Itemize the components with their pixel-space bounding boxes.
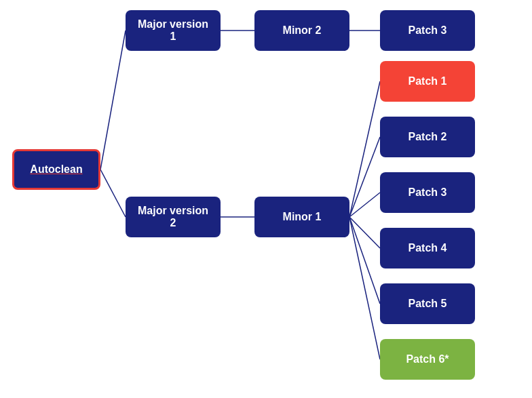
- svg-line-7: [349, 193, 380, 217]
- svg-line-10: [349, 217, 380, 359]
- svg-line-1: [100, 170, 126, 217]
- svg-line-8: [349, 217, 380, 248]
- major-version-1-node[interactable]: Major version 1: [126, 10, 221, 51]
- autoclean-node[interactable]: Autoclean: [12, 149, 100, 190]
- patch-1-node[interactable]: Patch 1: [380, 61, 475, 102]
- svg-line-5: [349, 81, 380, 217]
- patch-6-node[interactable]: Patch 6*: [380, 339, 475, 380]
- svg-line-6: [349, 137, 380, 217]
- patch-4-node[interactable]: Patch 4: [380, 228, 475, 268]
- svg-line-0: [100, 31, 126, 170]
- patch-3-top-node[interactable]: Patch 3: [380, 10, 475, 51]
- patch-5-node[interactable]: Patch 5: [380, 283, 475, 324]
- major-version-2-node[interactable]: Major version 2: [126, 197, 221, 237]
- patch-2-node[interactable]: Patch 2: [380, 117, 475, 157]
- minor-1-node[interactable]: Minor 1: [254, 197, 349, 237]
- svg-line-9: [349, 217, 380, 304]
- diagram: Autoclean Major version 1 Major version …: [0, 0, 532, 398]
- patch-3-node[interactable]: Patch 3: [380, 172, 475, 213]
- minor-2-node[interactable]: Minor 2: [254, 10, 349, 51]
